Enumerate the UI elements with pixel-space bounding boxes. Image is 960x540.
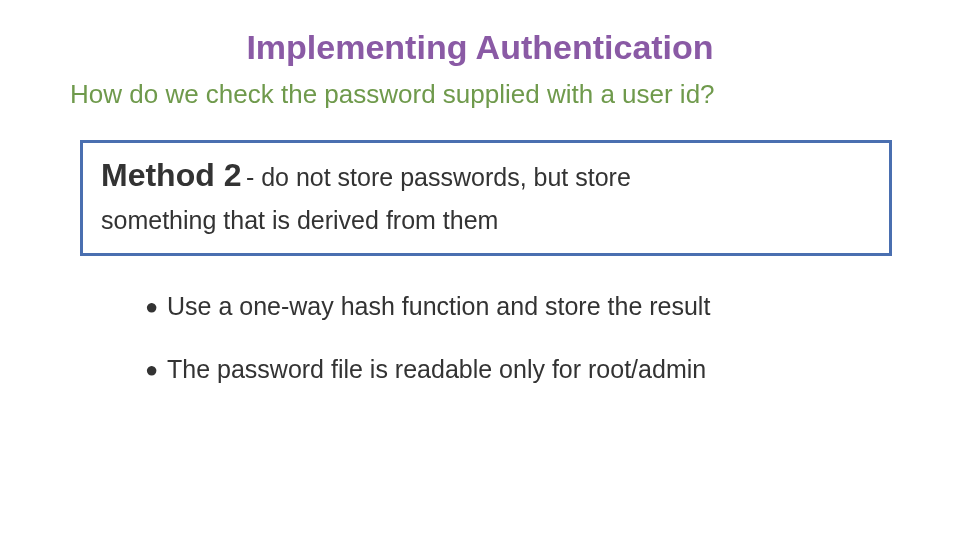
method-box: Method 2 - do not store passwords, but s…: [80, 140, 892, 256]
slide: Implementing Authentication How do we ch…: [0, 0, 960, 540]
bullet-list: ● Use a one-way hash function and store …: [145, 292, 900, 384]
bullet-icon: ●: [145, 294, 158, 320]
method-desc-line2: something that is derived from them: [101, 194, 871, 235]
bullet-icon: ●: [145, 357, 158, 383]
method-desc-line1: - do not store passwords, but store: [246, 163, 631, 191]
bullet-text: Use a one-way hash function and store th…: [167, 292, 710, 320]
slide-title: Implementing Authentication: [0, 0, 960, 67]
bullet-text: The password file is readable only for r…: [167, 355, 706, 383]
bullet-item: ● Use a one-way hash function and store …: [145, 292, 900, 321]
slide-subtitle: How do we check the password supplied wi…: [0, 67, 960, 110]
bullet-item: ● The password file is readable only for…: [145, 355, 900, 384]
method-label: Method 2: [101, 157, 241, 193]
method-line1: Method 2 - do not store passwords, but s…: [101, 157, 871, 194]
